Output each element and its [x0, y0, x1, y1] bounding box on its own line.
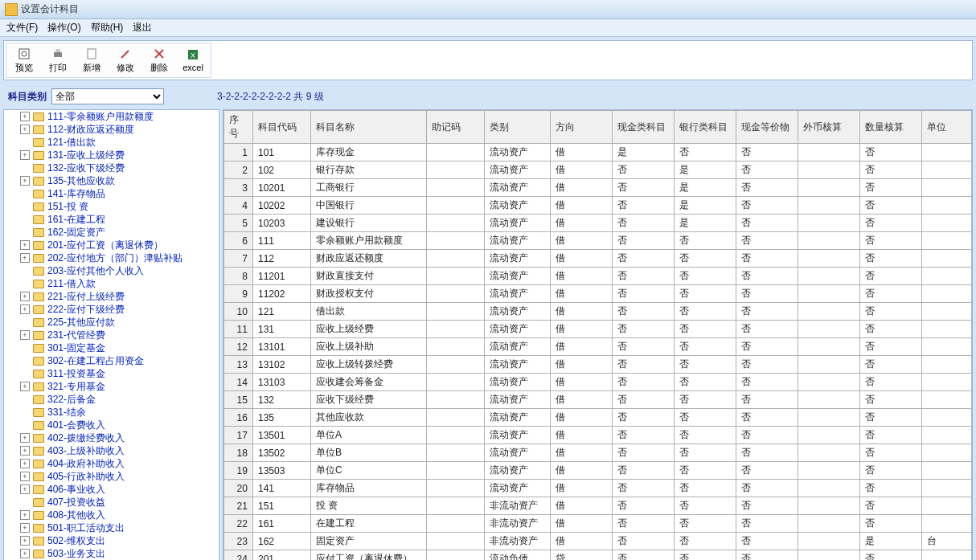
- cell-unit[interactable]: [922, 215, 972, 232]
- cell-seq[interactable]: 15: [224, 391, 253, 409]
- cell-type[interactable]: 流动资产: [484, 391, 550, 409]
- cell-bank[interactable]: 否: [674, 268, 736, 285]
- cell-dir[interactable]: 借: [550, 391, 612, 409]
- cell-bank[interactable]: 是: [674, 161, 736, 179]
- cell-foreign[interactable]: [798, 215, 860, 232]
- cell-qty[interactable]: 否: [860, 268, 922, 285]
- cell-type[interactable]: 流动资产: [484, 197, 550, 215]
- cell-dir[interactable]: 借: [550, 480, 612, 497]
- cell-unit[interactable]: 台: [922, 533, 972, 550]
- cell-dir[interactable]: 借: [550, 338, 612, 356]
- cell-mnemonic[interactable]: [426, 285, 484, 303]
- cell-code[interactable]: 161: [252, 515, 310, 533]
- cell-seq[interactable]: 21: [224, 497, 253, 515]
- cell-name[interactable]: 应收上级补助: [310, 338, 426, 356]
- cell-code[interactable]: 13101: [252, 338, 310, 356]
- expand-icon[interactable]: +: [20, 305, 30, 314]
- cell-equiv[interactable]: 否: [736, 444, 798, 462]
- cell-cash[interactable]: 否: [612, 197, 674, 215]
- cell-equiv[interactable]: 否: [736, 303, 798, 321]
- tree-item[interactable]: +502-维权支出: [4, 534, 219, 547]
- cell-equiv[interactable]: 否: [736, 497, 798, 515]
- cell-bank[interactable]: 否: [674, 480, 736, 497]
- expand-icon[interactable]: +: [20, 510, 30, 520]
- tree-item[interactable]: 311-投资基金: [4, 367, 219, 380]
- tree-item[interactable]: +405-行政补助收入: [4, 470, 219, 483]
- cell-type[interactable]: 非流动资产: [484, 533, 550, 550]
- table-row[interactable]: 1101库存现金流动资产借是否否否: [224, 144, 972, 161]
- cell-mnemonic[interactable]: [426, 303, 484, 321]
- cell-type[interactable]: 流动资产: [484, 161, 550, 179]
- table-row[interactable]: 911202财政授权支付流动资产借否否否否: [224, 285, 972, 303]
- table-row[interactable]: 310201工商银行流动资产借否是否否: [224, 179, 972, 197]
- cell-cash[interactable]: 否: [612, 444, 674, 462]
- tree-item[interactable]: 211-借入款: [4, 277, 219, 290]
- cell-code[interactable]: 10202: [252, 197, 310, 215]
- cell-equiv[interactable]: 否: [736, 321, 798, 338]
- cell-mnemonic[interactable]: [426, 409, 484, 427]
- tree-item[interactable]: +503-业务支出: [4, 547, 219, 560]
- col-bank[interactable]: 银行类科目: [674, 111, 736, 144]
- table-row[interactable]: 410202中国银行流动资产借否是否否: [224, 197, 972, 215]
- cell-unit[interactable]: [922, 144, 972, 161]
- cell-dir[interactable]: 借: [550, 161, 612, 179]
- cell-qty[interactable]: 否: [860, 409, 922, 427]
- cell-qty[interactable]: 否: [860, 391, 922, 409]
- expand-icon[interactable]: +: [20, 330, 30, 340]
- tree-item[interactable]: +406-事业收入: [4, 483, 219, 496]
- cell-mnemonic[interactable]: [426, 374, 484, 391]
- cell-seq[interactable]: 11: [224, 321, 253, 338]
- cell-unit[interactable]: [922, 515, 972, 533]
- expand-icon[interactable]: +: [20, 382, 30, 391]
- cell-name[interactable]: 投 资: [310, 497, 426, 515]
- tree-item[interactable]: +231-代管经费: [4, 329, 219, 341]
- cell-type[interactable]: 流动负债: [484, 550, 550, 561]
- tree-item[interactable]: +222-应付下级经费: [4, 303, 219, 316]
- cell-seq[interactable]: 16: [224, 409, 253, 427]
- table-row[interactable]: 2102银行存款流动资产借否是否否: [224, 161, 972, 179]
- table-row[interactable]: 10121借出款流动资产借否否否否: [224, 303, 972, 321]
- cell-mnemonic[interactable]: [426, 232, 484, 250]
- cell-bank[interactable]: 否: [674, 444, 736, 462]
- cell-name[interactable]: 工商银行: [310, 179, 426, 197]
- cell-name[interactable]: 应收上级转拨经费: [310, 356, 426, 374]
- cell-qty[interactable]: 否: [860, 215, 922, 232]
- tree-item[interactable]: +403-上级补助收入: [4, 444, 219, 457]
- cell-code[interactable]: 10201: [252, 179, 310, 197]
- cell-type[interactable]: 流动资产: [484, 321, 550, 338]
- cell-type[interactable]: 流动资产: [484, 179, 550, 197]
- cell-seq[interactable]: 14: [224, 374, 253, 391]
- table-row[interactable]: 22161在建工程非流动资产借否否否否: [224, 515, 972, 533]
- cell-equiv[interactable]: 否: [736, 515, 798, 533]
- cell-type[interactable]: 非流动资产: [484, 515, 550, 533]
- cell-qty[interactable]: 否: [860, 480, 922, 497]
- cell-foreign[interactable]: [798, 285, 860, 303]
- cell-mnemonic[interactable]: [426, 268, 484, 285]
- cell-cash[interactable]: 否: [612, 374, 674, 391]
- cell-mnemonic[interactable]: [426, 338, 484, 356]
- cell-qty[interactable]: 否: [860, 444, 922, 462]
- cell-bank[interactable]: 否: [674, 374, 736, 391]
- category-select[interactable]: 全部: [51, 88, 164, 104]
- cell-qty[interactable]: 否: [860, 179, 922, 197]
- cell-unit[interactable]: [922, 409, 972, 427]
- tree-item[interactable]: 401-会费收入: [4, 419, 219, 431]
- cell-mnemonic[interactable]: [426, 391, 484, 409]
- table-row[interactable]: 811201财政直接支付流动资产借否否否否: [224, 268, 972, 285]
- cell-cash[interactable]: 否: [612, 268, 674, 285]
- cell-seq[interactable]: 19: [224, 462, 253, 480]
- cell-foreign[interactable]: [798, 409, 860, 427]
- tree-item[interactable]: +408-其他收入: [4, 509, 219, 521]
- cell-cash[interactable]: 否: [612, 409, 674, 427]
- cell-seq[interactable]: 2: [224, 161, 253, 179]
- cell-seq[interactable]: 8: [224, 268, 253, 285]
- cell-foreign[interactable]: [798, 232, 860, 250]
- cell-code[interactable]: 135: [252, 409, 310, 427]
- cell-cash[interactable]: 否: [612, 462, 674, 480]
- cell-bank[interactable]: 否: [674, 533, 736, 550]
- cell-foreign[interactable]: [798, 427, 860, 444]
- cell-name[interactable]: 库存现金: [310, 144, 426, 161]
- cell-unit[interactable]: [922, 303, 972, 321]
- cell-type[interactable]: 流动资产: [484, 444, 550, 462]
- col-code[interactable]: 科目代码: [252, 111, 310, 144]
